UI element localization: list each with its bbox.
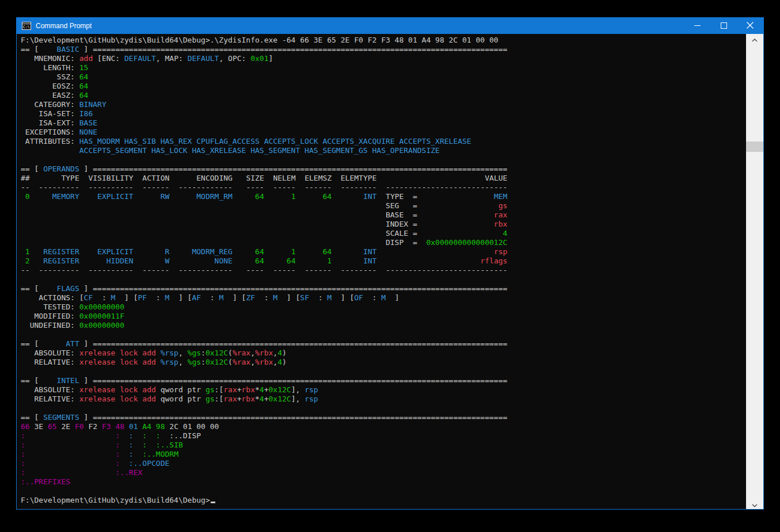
text-span [120, 441, 129, 449]
text-span: ], [291, 385, 305, 394]
terminal-line: -- --------- ---------- ------ ---------… [21, 266, 746, 275]
text-span: , MAP: [156, 54, 188, 63]
close-button[interactable] [737, 18, 763, 34]
text-span [30, 247, 43, 256]
text-span: SCALE = [386, 229, 417, 238]
minimize-button[interactable] [684, 18, 710, 34]
text-span: ------ [305, 266, 332, 274]
text-span [296, 247, 323, 256]
title-bar[interactable]: C:\ Command Prompt [17, 18, 763, 34]
text-span: ABSOLUTE: [21, 349, 79, 357]
chevron-down-icon [752, 499, 758, 510]
text-span: 15 [79, 63, 89, 72]
terminal-line: SCALE = 4 [21, 229, 746, 238]
scroll-down-button[interactable] [746, 499, 763, 509]
text-span: --------- [39, 266, 79, 274]
terminal-line: ISA-SET: I86 [21, 109, 746, 118]
text-span: , [273, 358, 277, 366]
text-span [30, 192, 52, 201]
terminal-line [21, 367, 746, 376]
vertical-scrollbar[interactable] [746, 34, 763, 509]
text-span: ---------- [88, 183, 133, 192]
text-span: ( [228, 349, 233, 357]
text-span [332, 183, 341, 192]
section-header-line: == [ OPERANDS ] ========================… [21, 164, 746, 174]
text-span: CATEGORY: [21, 100, 79, 109]
terminal-line: RELATIVE: xrelease lock add %rsp, %gs:0x… [21, 358, 746, 367]
text-span: ========================================… [93, 413, 507, 422]
text-span: RW [161, 192, 170, 201]
text-span: BINARY [79, 100, 106, 109]
text-span [21, 210, 386, 219]
terminal-line: : : :..OPCODE [21, 459, 746, 468]
text-span: :..REX [115, 468, 142, 477]
terminal-line [21, 487, 746, 496]
text-span: INTEL [43, 376, 79, 385]
text-span: 1 [327, 257, 332, 265]
console-output[interactable]: F:\Development\GitHub\zydis\Build64\Debu… [17, 34, 746, 509]
cmd-icon[interactable]: C:\ [22, 21, 31, 30]
text-span: 4 [260, 385, 264, 394]
minimize-icon [694, 21, 701, 31]
text-span: 2E [61, 422, 70, 431]
text-span [169, 192, 196, 201]
scroll-up-button[interactable] [746, 34, 763, 44]
text-span: SSZ: [21, 72, 79, 81]
text-span: == [ [21, 284, 43, 293]
text-span: MEMORY [52, 192, 79, 201]
text-span: gs [499, 201, 508, 210]
text-span [233, 257, 255, 265]
window-title: Command Prompt [36, 22, 92, 30]
text-span [134, 431, 143, 440]
text-span [79, 192, 97, 201]
text-span: ATTRIBUTES: [21, 137, 79, 146]
text-span [151, 422, 156, 431]
terminal-line: SSZ: 64 [21, 72, 746, 82]
text-span: , [273, 349, 277, 357]
text-span [264, 183, 273, 192]
text-span: 0x12C [206, 358, 228, 366]
text-span: :..DISP [169, 431, 201, 440]
text-span: rbx [242, 395, 255, 403]
terminal-line [21, 404, 746, 413]
text-span: ----- [273, 266, 295, 274]
text-span: BASE [79, 118, 97, 127]
text-span: 0x01 [250, 54, 268, 63]
text-span: : [93, 293, 111, 302]
text-span: 64 [287, 257, 296, 265]
text-span: ] [ [332, 293, 354, 302]
text-span: M [327, 293, 332, 302]
terminal-line: TESTED: 0x00000000 [21, 303, 746, 312]
terminal-line: : : : : : :..DISP [21, 431, 746, 441]
text-span: : [129, 450, 134, 458]
text-span: 0x12C [206, 349, 228, 357]
text-span: ( [228, 358, 233, 366]
text-span: 98 [156, 422, 165, 431]
text-span: ------ [305, 183, 332, 192]
text-span: %rsp [161, 349, 178, 357]
text-span [120, 450, 129, 458]
text-span [169, 247, 192, 256]
text-span: ] [ [115, 293, 138, 302]
text-span: qword ptr [161, 395, 206, 403]
maximize-button[interactable] [710, 18, 737, 34]
text-span: 66 [21, 422, 30, 431]
text-span: ------ [142, 183, 169, 192]
text-span: * [255, 385, 260, 394]
text-span: ] [79, 339, 93, 348]
scrollbar-thumb[interactable] [746, 141, 763, 152]
text-span [134, 247, 165, 256]
text-span: -- [21, 183, 30, 192]
text-span [417, 201, 499, 210]
close-icon [747, 21, 754, 31]
text-span [134, 441, 143, 449]
text-span: 4 [260, 395, 264, 403]
svg-text:C:\: C:\ [23, 25, 30, 29]
text-span [233, 266, 246, 274]
text-span: == [ [21, 339, 43, 348]
terminal-line: UNDEFINED: 0x00000000 [21, 321, 746, 330]
text-span: : [142, 441, 147, 449]
text-span: 2C 01 00 00 [169, 422, 219, 431]
text-span: M [273, 293, 277, 302]
text-span: : [129, 441, 134, 449]
